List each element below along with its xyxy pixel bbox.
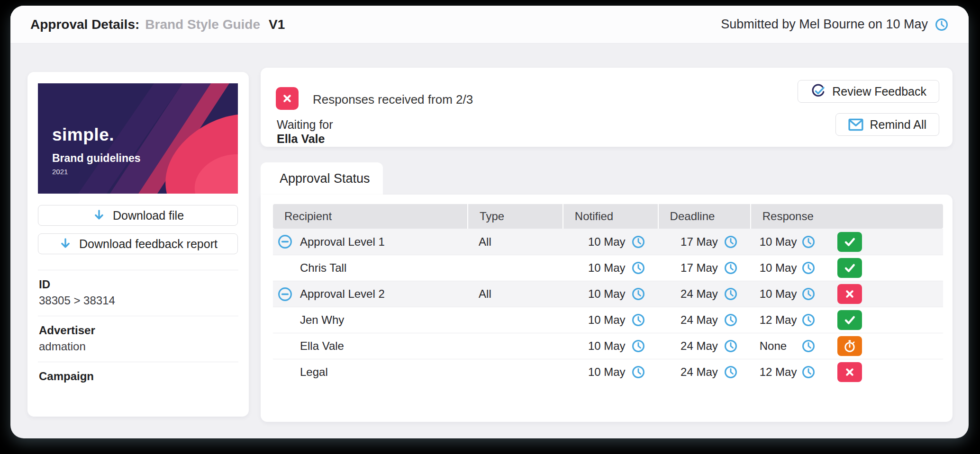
file-preview-thumbnail[interactable]: simple. Brand guidelines 2021	[38, 83, 238, 194]
deadline-date: 17 May	[681, 235, 718, 249]
clock-icon	[801, 235, 816, 249]
response-date: 10 May	[760, 261, 801, 275]
response-status-badge	[837, 258, 862, 278]
type-cell: All	[467, 281, 563, 307]
approval-details-window: Approval Details: Brand Style Guide V1 S…	[10, 6, 969, 438]
table-body: Approval Level 1 All 10 May 17 May 10 Ma…	[273, 229, 943, 385]
response-cell: 10 May	[750, 255, 943, 281]
clock-icon	[631, 287, 645, 301]
response-status-badge	[837, 232, 862, 252]
table-row: Jen Why 10 May 24 May 12 May	[273, 307, 943, 333]
column-header-response: Response	[750, 204, 943, 229]
page-title: Approval Details: Brand Style Guide V1	[30, 17, 285, 32]
response-cell: 10 May	[750, 229, 943, 255]
clock-icon	[801, 365, 816, 379]
deadline-date: 24 May	[681, 287, 718, 301]
clock-icon	[631, 365, 645, 379]
recipient-cell: Legal	[273, 359, 467, 385]
response-date: 12 May	[760, 313, 801, 327]
clock-icon	[801, 287, 816, 301]
clock-icon	[801, 261, 816, 275]
response-status-card: Responses received from 2/3 Waiting for …	[261, 68, 953, 147]
download-file-button[interactable]: Download file	[38, 205, 238, 226]
meta-id-label: ID	[39, 278, 237, 291]
clock-icon	[724, 235, 738, 249]
table-row: Ella Vale 10 May 24 May None	[273, 333, 943, 359]
recipient-name: Ella Vale	[300, 339, 344, 353]
tab-approval-status[interactable]: Approval Status	[261, 162, 383, 195]
clock-icon	[631, 235, 645, 249]
envelope-icon	[848, 118, 863, 131]
file-card: simple. Brand guidelines 2021 Download f…	[27, 72, 249, 417]
check-icon	[842, 312, 857, 328]
meta-advertiser: Advertiser admation	[38, 316, 238, 362]
clock-icon	[724, 261, 738, 275]
notified-cell: 10 May	[563, 307, 658, 333]
minus-circle-icon	[278, 234, 292, 249]
response-cell: 12 May	[750, 307, 943, 333]
response-status-badge	[837, 336, 862, 356]
deadline-cell: 17 May	[658, 229, 750, 255]
waiting-for-name: Ella Vale	[277, 132, 325, 145]
meta-campaign: Campaign	[38, 362, 238, 392]
status-card-buttons: Review Feedback Remind All	[798, 80, 939, 136]
recipient-cell: Approval Level 2	[273, 281, 467, 307]
status-error-badge	[276, 87, 299, 110]
deadline-date: 24 May	[681, 365, 718, 379]
download-feedback-report-button[interactable]: Download feedback report	[38, 233, 238, 254]
download-file-label: Download file	[113, 209, 184, 223]
response-cell: None	[750, 333, 943, 359]
collapse-level-button[interactable]	[278, 287, 292, 302]
clock-icon	[724, 339, 738, 353]
table-row: Chris Tall 10 May 17 May 10 May	[273, 255, 943, 281]
response-status-badge	[837, 362, 862, 382]
notified-cell: 10 May	[563, 333, 658, 359]
clock-icon	[724, 365, 738, 379]
approval-status-table: Recipient Type Notified Deadline Respons…	[273, 204, 943, 385]
notified-date: 10 May	[588, 313, 626, 327]
notified-cell: 10 May	[563, 359, 658, 385]
meta-campaign-label: Campaign	[39, 370, 237, 383]
recipient-cell: Approval Level 1	[273, 229, 467, 255]
responses-received-text: Responses received from 2/3	[313, 92, 473, 107]
response-date: 10 May	[760, 235, 801, 249]
deadline-date: 17 May	[681, 261, 718, 275]
column-header-deadline: Deadline	[658, 204, 750, 229]
response-date: None	[760, 339, 801, 353]
check-icon	[842, 260, 857, 276]
remind-all-label: Remind All	[870, 118, 927, 132]
table-row: Approval Level 2 All 10 May 24 May 10 Ma…	[273, 281, 943, 307]
review-check-icon	[810, 84, 826, 99]
brand-year-text: 2021	[52, 168, 68, 176]
response-cell: 12 May	[750, 359, 943, 385]
recipient-cell: Chris Tall	[273, 255, 467, 281]
notified-date: 10 May	[588, 365, 626, 379]
table-header-row: Recipient Type Notified Deadline Respons…	[273, 204, 943, 229]
clock-icon	[801, 339, 816, 353]
arrow-down-icon	[58, 237, 73, 251]
recipient-name: Approval Level 1	[300, 235, 385, 249]
deadline-date: 24 May	[681, 313, 718, 327]
brand-title-text: Brand guidelines	[52, 152, 141, 165]
window-header: Approval Details: Brand Style Guide V1 S…	[10, 6, 969, 44]
file-meta-section: ID 38305 > 38314 Advertiser admation Cam…	[38, 270, 238, 392]
clock-icon	[724, 313, 738, 327]
clock-icon	[631, 261, 645, 275]
type-cell	[467, 255, 563, 281]
notified-date: 10 May	[588, 261, 626, 275]
clock-icon	[935, 18, 949, 32]
response-status-badge	[837, 284, 862, 304]
remind-all-button[interactable]: Remind All	[835, 113, 940, 136]
table-row: Legal 10 May 24 May 12 May	[273, 359, 943, 385]
check-icon	[842, 234, 857, 249]
type-cell	[467, 359, 563, 385]
meta-id: ID 38305 > 38314	[38, 270, 238, 316]
recipient-name: Legal	[300, 365, 328, 379]
response-status-badge	[837, 310, 862, 330]
review-feedback-button[interactable]: Review Feedback	[798, 80, 939, 103]
notified-date: 10 May	[588, 235, 626, 249]
meta-id-value: 38305 > 38314	[39, 294, 237, 307]
collapse-level-button[interactable]	[278, 234, 292, 249]
page-title-label: Approval Details:	[30, 17, 139, 32]
download-report-label: Download feedback report	[79, 237, 218, 251]
